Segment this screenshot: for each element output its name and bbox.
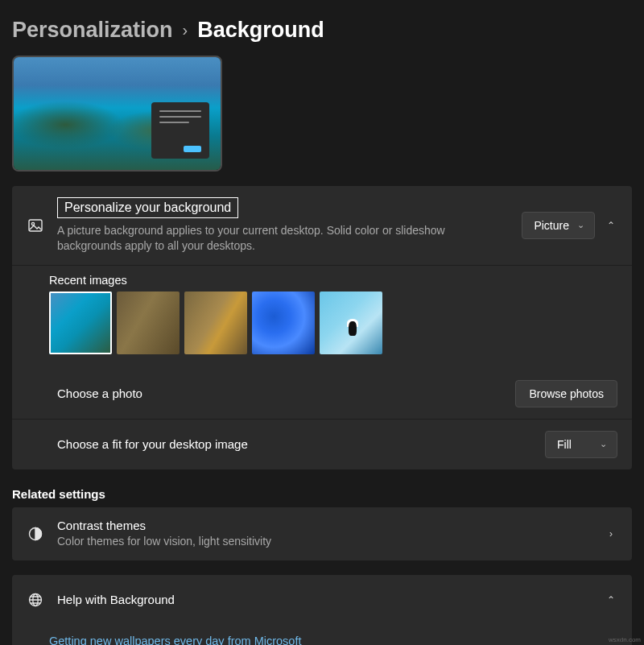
preview-line xyxy=(159,116,201,118)
recent-thumb-windows-bloom[interactable] xyxy=(252,291,315,354)
breadcrumb-current: Background xyxy=(197,18,324,43)
choose-photo-row: Choose a photo Browse photos xyxy=(12,369,632,419)
picture-icon xyxy=(27,217,44,234)
background-type-dropdown[interactable]: Picture ⌄ xyxy=(522,212,595,239)
recent-thumb-lioness[interactable] xyxy=(184,291,247,354)
choose-fit-row: Choose a fit for your desktop image Fill… xyxy=(12,419,632,469)
watermark: wsxdn.com xyxy=(609,636,641,643)
svg-point-1 xyxy=(31,222,34,225)
preview-accent-button xyxy=(184,146,201,152)
recent-thumb-grassland[interactable] xyxy=(117,291,180,354)
recent-thumb-penguin-ice[interactable] xyxy=(320,291,382,354)
highlighted-title: Personalize your background xyxy=(57,197,238,218)
recent-images-label: Recent images xyxy=(49,266,616,287)
desktop-preview xyxy=(12,56,222,172)
collapse-toggle[interactable]: ⌃ xyxy=(605,594,617,606)
contrast-themes-row[interactable]: Contrast themes Color themes for low vis… xyxy=(12,507,632,560)
choose-fit-label: Choose a fit for your desktop image xyxy=(57,437,532,451)
collapse-toggle[interactable]: ⌃ xyxy=(605,220,617,231)
choose-photo-label: Choose a photo xyxy=(57,387,502,400)
chevron-right-icon: › xyxy=(605,528,617,540)
contrast-desc: Color themes for low vision, light sensi… xyxy=(57,534,592,549)
recent-images-section: Recent images xyxy=(12,265,632,369)
preview-flyout xyxy=(151,102,209,159)
related-card: Contrast themes Color themes for low vis… xyxy=(12,507,632,560)
personalize-card: Personalize your background A picture ba… xyxy=(12,186,632,469)
breadcrumb-parent[interactable]: Personalization xyxy=(12,18,173,43)
chevron-down-icon: ⌄ xyxy=(577,220,584,230)
preview-line xyxy=(159,122,189,123)
contrast-title: Contrast themes xyxy=(57,519,592,532)
chevron-right-icon: › xyxy=(183,21,188,39)
contrast-icon xyxy=(27,526,44,542)
globe-icon xyxy=(27,592,44,608)
dropdown-value: Fill xyxy=(557,438,572,451)
dropdown-value: Picture xyxy=(534,219,569,232)
preview-line xyxy=(159,110,201,112)
fit-dropdown[interactable]: Fill ⌄ xyxy=(545,431,617,458)
recent-images-strip xyxy=(12,291,632,369)
svg-rect-0 xyxy=(29,220,42,231)
help-card: Help with Background ⌃ Getting new wallp… xyxy=(12,575,632,645)
recent-thumb-aerial-coast[interactable] xyxy=(49,291,112,354)
personalize-row[interactable]: Personalize your background A picture ba… xyxy=(12,186,632,265)
chevron-down-icon: ⌄ xyxy=(600,439,607,449)
related-settings-heading: Related settings xyxy=(12,487,632,501)
personalize-title: Personalize your background xyxy=(64,201,231,215)
help-row[interactable]: Help with Background ⌃ xyxy=(12,575,632,625)
breadcrumb: Personalization › Background xyxy=(12,0,632,56)
browse-photos-button[interactable]: Browse photos xyxy=(515,380,617,407)
help-link-wallpapers[interactable]: Getting new wallpapers every day from Mi… xyxy=(12,625,632,645)
personalize-desc: A picture background applies to your cur… xyxy=(57,223,509,254)
help-title: Help with Background xyxy=(57,593,592,606)
